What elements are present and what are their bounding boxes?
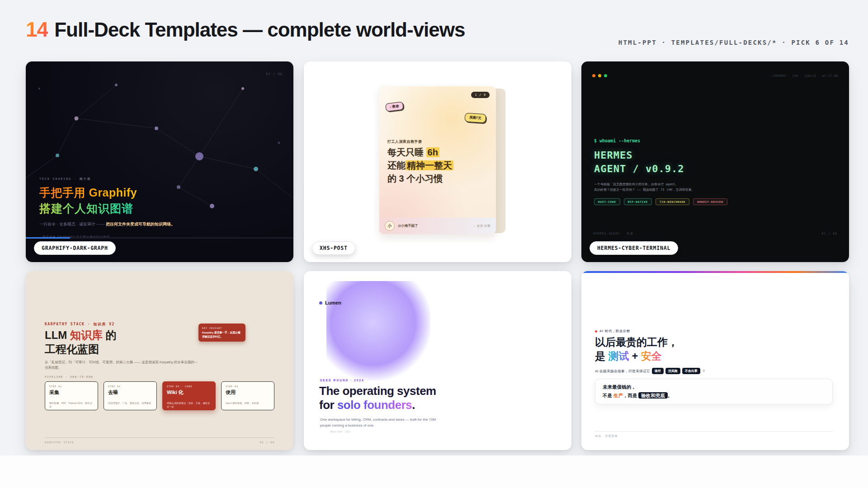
pipeline-label: PIPELINE · END-TO-END <box>45 375 93 378</box>
xhs-poster: 1 / 9 ♪ 救命 亲测7天 打工人深夜自救手册 每天只睡 6h 还能精神一整… <box>379 86 496 234</box>
slide-title: The operating system for solo founders. <box>319 384 436 412</box>
header-count: 14 <box>26 17 48 42</box>
slide-kicker: SEED ROUND · 2024 <box>320 379 364 382</box>
slide-title: 以后最贵的工作， 是 测试 + 安全 <box>595 335 678 363</box>
step-box-core: STEP 03 · CORE Wiki 化 结构化成双链笔记：实体、关系、属性全… <box>162 381 216 410</box>
slide-subtitle: 一行命令 · 全多模态 · 诚实审计 —— 把任何文件夹变成可导航的知识网络。 <box>39 221 175 227</box>
slide-title: LLM 知识库 的 工程化蓝图 <box>45 328 117 356</box>
slide-progress-bar <box>26 237 293 239</box>
template-card-hermes[interactable]: ~/HERMES · ZSH · 120x32 · 03:17:06 $ who… <box>581 61 849 262</box>
terminal-window-meta: ~/HERMES · ZSH · 120x32 · 03:17:06 <box>770 74 838 78</box>
template-badge-graphify: GRAPHIFY-DARK-GRAPH <box>34 241 116 255</box>
tag: RUST-CORE <box>594 198 620 205</box>
slide-kicker: KARPATHY STACK · 知识库 V2 <box>45 322 115 327</box>
pipeline-steps: STEP 01 采集 网页剪藏、PDF、Podcast 转写、聊天记录 STEP… <box>45 381 274 410</box>
slide-title-line2: 搭建个人知识图谱 <box>39 201 175 216</box>
template-card-testsec[interactable]: AI 时代，职业分野 以后最贵的工作， 是 测试 + 安全 AI 会越来越会做事… <box>581 271 849 450</box>
quote-box: 未来最值钱的， 不是 生产，而是 验收和兜底。 <box>595 379 833 404</box>
rainbow-top-bar <box>581 271 849 273</box>
slide-intro: 从「乱贴笔记」到「可审计、可纠错、可复用」的第二大脑 —— 这是我读完 Karp… <box>45 360 201 371</box>
page-header: 14 Full-Deck Templates — complete world-… <box>26 17 465 42</box>
step-box: STEP 04 使用 Agent 随时检索、回答、再利用 <box>221 381 274 410</box>
slide-title-line1: 手把手用 Graphify <box>39 185 175 200</box>
template-badge-xhs: XHS-POST <box>312 241 355 255</box>
template-gallery: 14 Full-Deck Templates — complete world-… <box>0 0 868 488</box>
step-box: STEP 02 去噪 清洗导航栏、广告、重复信息、低质素材 <box>104 381 157 410</box>
page-counter: 01 / 08 <box>266 72 283 76</box>
header-meta: HTML-PPT · TEMPLATES/FULL-DECKS/* · PICK… <box>618 39 849 46</box>
keyword-chip: 做对 <box>652 368 664 374</box>
logo-dot-icon <box>319 301 322 305</box>
avatar: 小 <box>385 221 395 231</box>
tag: MCP-NATIVE <box>624 198 652 205</box>
slide-footer: 结论 · 兜底思维 <box>595 431 833 438</box>
page-title: Full-Deck Templates — complete world-vie… <box>54 19 465 41</box>
template-badge-hermes: HERMES-CYBER-TERMINAL <box>590 241 678 255</box>
slide-description: 一个号称能「自主跑完整软件工程任务」的命令行 agent。 真的好用？还是又一轮… <box>594 182 727 192</box>
slide-subline: AI 会越来越会做事，但谁来保证它 做对 没风险 不会出事 ？ <box>595 368 706 374</box>
lumen-logo: Lumen <box>319 300 341 305</box>
template-card-lumen[interactable]: Lumen SEED ROUND · 2024 The operating sy… <box>304 271 571 450</box>
poster-page-counter: 1 / 9 <box>471 92 490 98</box>
slide-kicker: AI 时代，职业分野 <box>595 329 630 333</box>
poster-title: 每天只睡 6h 还能精神一整天 的 3 个小习惯 <box>387 146 453 185</box>
slide-footer: KARPATHY STACK 02 / 08 <box>45 437 274 444</box>
template-card-graphify[interactable]: 01 / 08 TECH SHARING · 梅干菜 手把手用 Graphify… <box>26 61 293 262</box>
gradient-blob <box>326 281 430 380</box>
swipe-hint: ← 左滑 回看 <box>472 224 491 228</box>
slide-kicker: TECH SHARING · 梅干菜 <box>39 177 175 181</box>
author-handle: @小海不困了 <box>398 224 418 228</box>
keyword-chip: 不会出事 <box>682 368 700 374</box>
slide-title: HERMES AGENT / v0.9.2 <box>594 149 727 176</box>
template-card-llm-blueprint[interactable]: KARPATHY STACK · 知识库 V2 LLM 知识库 的 工程化蓝图 … <box>26 271 293 450</box>
byline: Maya Chen · CEO <box>330 430 350 433</box>
template-card-xhs[interactable]: 1 / 9 ♪ 救命 亲测7天 打工人深夜自救手册 每天只睡 6h 还能精神一整… <box>304 61 571 262</box>
poster-kicker: 打工人深夜自救手册 <box>387 139 422 144</box>
tag: HONEST-REVIEW <box>693 198 727 205</box>
sticker-right: 亲测7天 <box>465 113 486 123</box>
keyword-chip: 没风险 <box>665 368 680 374</box>
terminal-prompt: $ whoami --hermes <box>594 138 727 143</box>
sticker-left: ♪ 救命 <box>385 102 404 112</box>
slide-footer: HERMES-AGENT · 实测 01 / 08 <box>593 232 837 236</box>
tag-list: RUST-CORE MCP-NATIVE 72H-BENCHMARK HONES… <box>594 198 727 205</box>
traffic-light-icons <box>592 74 607 77</box>
slide-body: One workspace for billing, CRM, contract… <box>320 417 447 428</box>
tag: 72H-BENCHMARK <box>656 198 689 205</box>
kicker-dot-icon <box>595 330 597 333</box>
step-box: STEP 01 采集 网页剪藏、PDF、Podcast 转写、聊天记录 <box>45 381 98 410</box>
page-footer-area <box>0 455 868 488</box>
poster-author-bar: 小 @小海不困了 ← 左滑 回看 <box>379 218 496 234</box>
key-insight-card: KEY INSIGHT Karpathy 原话第一手：反思让错误被沉淀并纠正。 <box>198 324 245 342</box>
